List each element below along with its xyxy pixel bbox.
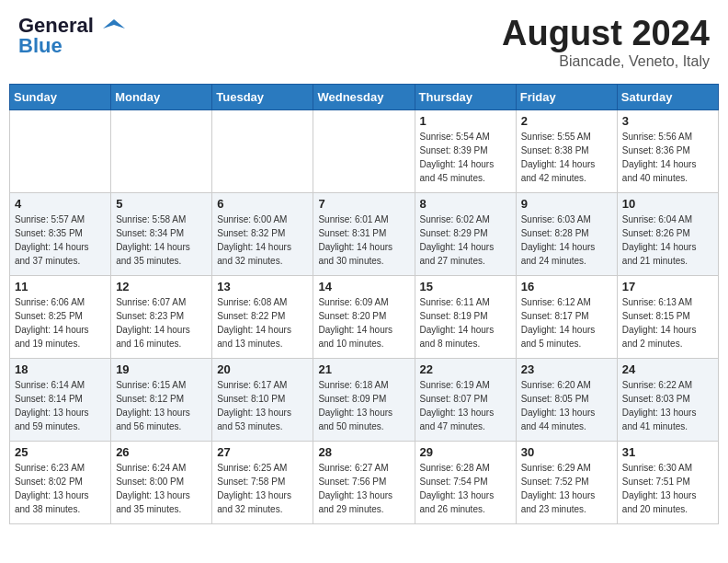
calendar-cell: 23Sunrise: 6:20 AM Sunset: 8:05 PM Dayli… (516, 359, 617, 442)
calendar-cell: 5Sunrise: 5:58 AM Sunset: 8:34 PM Daylig… (111, 193, 212, 276)
day-number: 7 (318, 197, 409, 211)
day-info: Sunrise: 5:58 AM Sunset: 8:34 PM Dayligh… (116, 213, 207, 268)
day-info: Sunrise: 6:08 AM Sunset: 8:22 PM Dayligh… (217, 295, 308, 350)
day-header-monday: Monday (111, 85, 212, 110)
calendar-cell: 2Sunrise: 5:55 AM Sunset: 8:38 PM Daylig… (516, 110, 617, 193)
day-header-friday: Friday (516, 85, 617, 110)
day-info: Sunrise: 6:23 AM Sunset: 8:02 PM Dayligh… (15, 461, 106, 516)
day-header-saturday: Saturday (617, 85, 718, 110)
calendar-cell: 31Sunrise: 6:30 AM Sunset: 7:51 PM Dayli… (617, 442, 718, 524)
day-number: 8 (420, 197, 511, 211)
logo: General Blue (18, 14, 125, 58)
day-number: 18 (15, 362, 106, 376)
day-info: Sunrise: 6:12 AM Sunset: 8:17 PM Dayligh… (521, 295, 612, 350)
calendar-week-row: 1Sunrise: 5:54 AM Sunset: 8:39 PM Daylig… (10, 110, 719, 193)
calendar-cell: 10Sunrise: 6:04 AM Sunset: 8:26 PM Dayli… (617, 193, 718, 276)
day-info: Sunrise: 6:11 AM Sunset: 8:19 PM Dayligh… (420, 295, 511, 350)
calendar-cell: 1Sunrise: 5:54 AM Sunset: 8:39 PM Daylig… (415, 110, 516, 193)
day-info: Sunrise: 6:09 AM Sunset: 8:20 PM Dayligh… (318, 295, 409, 350)
calendar-header-row: SundayMondayTuesdayWednesdayThursdayFrid… (10, 85, 719, 110)
calendar-week-row: 25Sunrise: 6:23 AM Sunset: 8:02 PM Dayli… (10, 442, 719, 524)
day-number: 31 (622, 445, 713, 459)
day-number: 22 (420, 362, 511, 376)
day-number: 6 (217, 197, 308, 211)
logo-bird-icon (96, 16, 125, 36)
day-number: 26 (116, 445, 207, 459)
day-info: Sunrise: 6:03 AM Sunset: 8:28 PM Dayligh… (521, 213, 612, 268)
month-year-title: August 2024 (502, 14, 710, 53)
calendar-cell: 15Sunrise: 6:11 AM Sunset: 8:19 PM Dayli… (415, 276, 516, 359)
day-info: Sunrise: 5:56 AM Sunset: 8:36 PM Dayligh… (622, 130, 713, 185)
calendar-cell: 6Sunrise: 6:00 AM Sunset: 8:32 PM Daylig… (212, 193, 313, 276)
calendar-cell: 30Sunrise: 6:29 AM Sunset: 7:52 PM Dayli… (516, 442, 617, 524)
calendar-cell: 28Sunrise: 6:27 AM Sunset: 7:56 PM Dayli… (313, 442, 415, 524)
day-number: 21 (318, 362, 409, 376)
day-number: 25 (15, 445, 106, 459)
day-number: 9 (521, 197, 612, 211)
day-info: Sunrise: 5:57 AM Sunset: 8:35 PM Dayligh… (15, 213, 106, 268)
day-info: Sunrise: 6:13 AM Sunset: 8:15 PM Dayligh… (622, 295, 713, 350)
calendar-cell: 19Sunrise: 6:15 AM Sunset: 8:12 PM Dayli… (111, 359, 212, 442)
day-header-tuesday: Tuesday (212, 85, 313, 110)
day-number: 20 (217, 362, 308, 376)
calendar-cell: 4Sunrise: 5:57 AM Sunset: 8:35 PM Daylig… (10, 193, 111, 276)
calendar-cell (111, 110, 212, 193)
day-info: Sunrise: 6:30 AM Sunset: 7:51 PM Dayligh… (622, 461, 713, 516)
day-number: 28 (318, 445, 409, 459)
day-number: 2 (521, 114, 612, 128)
day-header-sunday: Sunday (10, 85, 111, 110)
day-number: 3 (622, 114, 713, 128)
calendar-week-row: 11Sunrise: 6:06 AM Sunset: 8:25 PM Dayli… (10, 276, 719, 359)
day-number: 1 (420, 114, 511, 128)
calendar-cell: 25Sunrise: 6:23 AM Sunset: 8:02 PM Dayli… (10, 442, 111, 524)
day-number: 23 (521, 362, 612, 376)
day-number: 4 (15, 197, 106, 211)
svg-marker-0 (103, 19, 125, 29)
calendar-week-row: 4Sunrise: 5:57 AM Sunset: 8:35 PM Daylig… (10, 193, 719, 276)
day-number: 16 (521, 280, 612, 293)
day-header-wednesday: Wednesday (313, 85, 415, 110)
day-number: 17 (622, 280, 713, 293)
day-number: 5 (116, 197, 207, 211)
day-number: 24 (622, 362, 713, 376)
calendar-cell: 14Sunrise: 6:09 AM Sunset: 8:20 PM Dayli… (313, 276, 415, 359)
calendar-cell: 12Sunrise: 6:07 AM Sunset: 8:23 PM Dayli… (111, 276, 212, 359)
calendar-cell: 3Sunrise: 5:56 AM Sunset: 8:36 PM Daylig… (617, 110, 718, 193)
day-info: Sunrise: 6:04 AM Sunset: 8:26 PM Dayligh… (622, 213, 713, 268)
title-block: August 2024 Biancade, Veneto, Italy (502, 14, 710, 70)
calendar-cell: 21Sunrise: 6:18 AM Sunset: 8:09 PM Dayli… (313, 359, 415, 442)
day-info: Sunrise: 6:22 AM Sunset: 8:03 PM Dayligh… (622, 378, 713, 433)
day-number: 11 (15, 280, 106, 293)
day-info: Sunrise: 6:25 AM Sunset: 7:58 PM Dayligh… (217, 461, 308, 516)
day-number: 14 (318, 280, 409, 293)
day-info: Sunrise: 6:15 AM Sunset: 8:12 PM Dayligh… (116, 378, 207, 433)
calendar-cell: 16Sunrise: 6:12 AM Sunset: 8:17 PM Dayli… (516, 276, 617, 359)
day-info: Sunrise: 6:02 AM Sunset: 8:29 PM Dayligh… (420, 213, 511, 268)
day-info: Sunrise: 6:24 AM Sunset: 8:00 PM Dayligh… (116, 461, 207, 516)
calendar-cell: 9Sunrise: 6:03 AM Sunset: 8:28 PM Daylig… (516, 193, 617, 276)
calendar-table: SundayMondayTuesdayWednesdayThursdayFrid… (9, 84, 719, 524)
day-info: Sunrise: 6:20 AM Sunset: 8:05 PM Dayligh… (521, 378, 612, 433)
day-info: Sunrise: 6:19 AM Sunset: 8:07 PM Dayligh… (420, 378, 511, 433)
day-info: Sunrise: 6:17 AM Sunset: 8:10 PM Dayligh… (217, 378, 308, 433)
day-number: 13 (217, 280, 308, 293)
calendar-cell: 24Sunrise: 6:22 AM Sunset: 8:03 PM Dayli… (617, 359, 718, 442)
day-info: Sunrise: 6:18 AM Sunset: 8:09 PM Dayligh… (318, 378, 409, 433)
day-info: Sunrise: 6:06 AM Sunset: 8:25 PM Dayligh… (15, 295, 106, 350)
day-number: 10 (622, 197, 713, 211)
day-info: Sunrise: 6:28 AM Sunset: 7:54 PM Dayligh… (420, 461, 511, 516)
day-number: 15 (420, 280, 511, 293)
day-number: 19 (116, 362, 207, 376)
calendar-cell (10, 110, 111, 193)
page-header: General Blue August 2024 Biancade, Venet… (9, 9, 719, 75)
calendar-week-row: 18Sunrise: 6:14 AM Sunset: 8:14 PM Dayli… (10, 359, 719, 442)
day-header-thursday: Thursday (415, 85, 516, 110)
calendar-cell: 22Sunrise: 6:19 AM Sunset: 8:07 PM Dayli… (415, 359, 516, 442)
day-number: 27 (217, 445, 308, 459)
calendar-cell (212, 110, 313, 193)
day-info: Sunrise: 6:27 AM Sunset: 7:56 PM Dayligh… (318, 461, 409, 516)
day-info: Sunrise: 6:00 AM Sunset: 8:32 PM Dayligh… (217, 213, 308, 268)
day-info: Sunrise: 5:55 AM Sunset: 8:38 PM Dayligh… (521, 130, 612, 185)
calendar-cell: 13Sunrise: 6:08 AM Sunset: 8:22 PM Dayli… (212, 276, 313, 359)
logo-blue: Blue (18, 34, 63, 58)
